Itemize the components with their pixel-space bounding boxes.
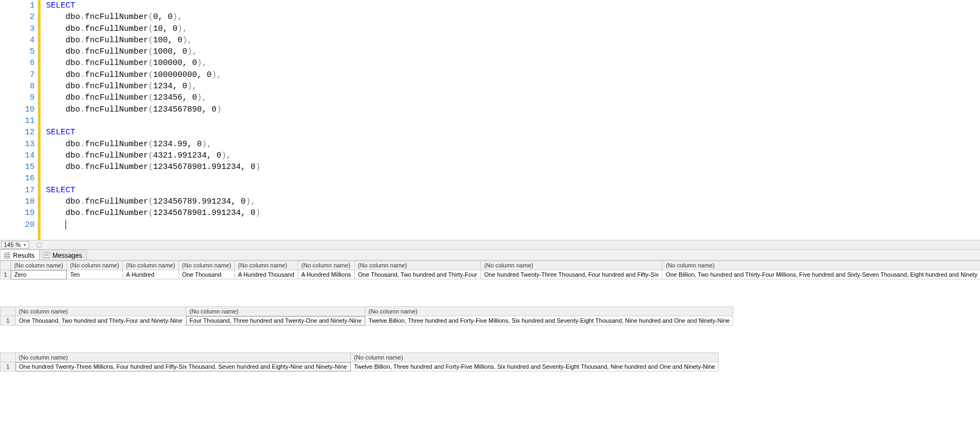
column-header[interactable]: (No column name) bbox=[16, 353, 351, 362]
column-header[interactable]: (No column name) bbox=[179, 261, 234, 270]
column-header[interactable]: (No column name) bbox=[16, 307, 186, 316]
line-number: 15 bbox=[0, 161, 35, 173]
code-line[interactable]: dbo.fncFullNumber(123456, 0), bbox=[46, 92, 980, 103]
row-header[interactable]: 1 bbox=[1, 270, 11, 279]
row-header[interactable]: 1 bbox=[1, 316, 16, 325]
grid-cell[interactable]: Ten bbox=[67, 270, 122, 279]
code-line[interactable]: dbo.fncFullNumber(123456789.991234, 0), bbox=[46, 196, 980, 207]
code-line[interactable]: dbo.fncFullNumber(0, 0), bbox=[46, 11, 980, 23]
line-number: 7 bbox=[0, 69, 35, 81]
code-line[interactable]: dbo.fncFullNumber(4321.991234, 0), bbox=[46, 150, 980, 161]
grid-cell[interactable]: A Hundred Millions bbox=[298, 270, 354, 279]
column-header[interactable]: (No column name) bbox=[235, 261, 298, 270]
line-number: 17 bbox=[0, 185, 35, 196]
sql-editor[interactable]: 1234567891011121314151617181920 SELECT d… bbox=[0, 0, 980, 240]
line-number: 13 bbox=[0, 139, 35, 150]
line-number: 11 bbox=[0, 115, 35, 127]
tab-messages[interactable]: Messages bbox=[40, 250, 87, 260]
line-number: 20 bbox=[0, 219, 35, 231]
line-number: 14 bbox=[0, 150, 35, 161]
results-panel[interactable]: (No column name)(No column name)(No colu… bbox=[0, 260, 980, 399]
line-number: 19 bbox=[0, 207, 35, 219]
column-header[interactable]: (No column name) bbox=[662, 261, 980, 270]
column-header[interactable]: (No column name) bbox=[186, 307, 365, 316]
tab-results[interactable]: Results bbox=[0, 250, 40, 260]
code-line[interactable]: SELECT bbox=[46, 0, 980, 11]
result-grid[interactable]: (No column name)(No column name)(No colu… bbox=[0, 306, 733, 325]
grid-cell[interactable]: One Thousand bbox=[179, 270, 234, 279]
grid-cell[interactable]: Four Thousand, Three hundred and Twenty-… bbox=[186, 316, 365, 325]
grid-cell[interactable]: One Billion, Two hundred and Thirty-Four… bbox=[662, 270, 980, 279]
column-header[interactable]: (No column name) bbox=[67, 261, 122, 270]
code-line[interactable]: dbo.fncFullNumber(12345678901.991234, 0) bbox=[46, 161, 980, 173]
code-line[interactable]: SELECT bbox=[46, 185, 980, 196]
grid-cell[interactable]: Zero bbox=[11, 270, 67, 279]
line-number: 12 bbox=[0, 127, 35, 138]
line-number: 2 bbox=[0, 11, 35, 23]
grid-cell[interactable]: A Hundred Thousand bbox=[235, 270, 298, 279]
column-header[interactable]: (No column name) bbox=[11, 261, 67, 270]
code-content[interactable]: SELECT dbo.fncFullNumber(0, 0), dbo.fncF… bbox=[41, 0, 980, 240]
column-header[interactable]: (No column name) bbox=[481, 261, 662, 270]
code-line[interactable]: dbo.fncFullNumber(100000, 0), bbox=[46, 57, 980, 69]
code-line[interactable]: dbo.fncFullNumber(1000, 0), bbox=[46, 46, 980, 57]
zoom-dropdown[interactable]: 145 % ▼ bbox=[1, 241, 29, 249]
grid-cell[interactable]: A Hundred bbox=[123, 270, 179, 279]
code-line[interactable]: dbo.fncFullNumber(1234567890, 0) bbox=[46, 104, 980, 115]
result-grid[interactable]: (No column name)(No column name)(No colu… bbox=[0, 260, 980, 279]
line-number: 5 bbox=[0, 46, 35, 57]
code-line[interactable] bbox=[46, 173, 980, 184]
column-header[interactable]: (No column name) bbox=[365, 307, 733, 316]
line-number: 1 bbox=[0, 0, 35, 11]
line-number: 4 bbox=[0, 35, 35, 46]
messages-icon bbox=[43, 252, 50, 259]
code-line[interactable] bbox=[46, 115, 980, 127]
code-line[interactable]: dbo.fncFullNumber(12345678901.991234, 0) bbox=[46, 207, 980, 219]
line-number: 8 bbox=[0, 81, 35, 92]
grid-corner bbox=[1, 353, 16, 362]
line-number-gutter: 1234567891011121314151617181920 bbox=[0, 0, 41, 240]
grid-cell[interactable]: One Thousand, Two hundred and Thirty-Fou… bbox=[354, 270, 481, 279]
code-line[interactable] bbox=[46, 219, 980, 231]
chevron-down-icon: ▼ bbox=[23, 243, 27, 247]
row-header[interactable]: 1 bbox=[1, 362, 16, 371]
line-number: 9 bbox=[0, 92, 35, 103]
grid-cell[interactable]: One Thousand, Two hundred and Thirty-Fou… bbox=[16, 316, 186, 325]
grid-corner bbox=[1, 261, 11, 270]
code-line[interactable]: dbo.fncFullNumber(10, 0), bbox=[46, 23, 980, 35]
svg-rect-0 bbox=[4, 252, 10, 259]
column-header[interactable]: (No column name) bbox=[298, 261, 354, 270]
tab-messages-label: Messages bbox=[52, 252, 82, 259]
code-line[interactable]: dbo.fncFullNumber(100000000, 0), bbox=[46, 69, 980, 81]
code-line[interactable]: SELECT bbox=[46, 127, 980, 138]
grid-cell[interactable]: Twelve Billion, Three hundred and Forty-… bbox=[351, 362, 719, 371]
tab-results-label: Results bbox=[13, 252, 35, 259]
results-grid-icon bbox=[4, 252, 10, 259]
grid-cell[interactable]: One hundred Twenty-Three Millions, Four … bbox=[16, 362, 351, 371]
grid-cell[interactable]: Twelve Billion, Three hundred and Forty-… bbox=[365, 316, 733, 325]
line-number: 3 bbox=[0, 23, 35, 35]
column-header[interactable]: (No column name) bbox=[354, 261, 481, 270]
line-number: 18 bbox=[0, 196, 35, 207]
code-line[interactable]: dbo.fncFullNumber(1234, 0), bbox=[46, 81, 980, 92]
results-tabs: Results Messages bbox=[0, 250, 980, 260]
editor-status-bar: 145 % ▼ bbox=[0, 240, 980, 250]
scroll-left-stub[interactable] bbox=[37, 243, 42, 247]
line-number: 16 bbox=[0, 173, 35, 184]
grid-cell[interactable]: One hundred Twenty-Three Thousand, Four … bbox=[481, 270, 662, 279]
grid-corner bbox=[1, 307, 16, 316]
line-number: 10 bbox=[0, 104, 35, 115]
code-line[interactable]: dbo.fncFullNumber(100, 0), bbox=[46, 35, 980, 46]
zoom-value: 145 % bbox=[4, 241, 21, 248]
column-header[interactable]: (No column name) bbox=[351, 353, 719, 362]
column-header[interactable]: (No column name) bbox=[123, 261, 179, 270]
result-grid[interactable]: (No column name)(No column name)1One hun… bbox=[0, 352, 719, 371]
code-line[interactable]: dbo.fncFullNumber(1234.99, 0), bbox=[46, 139, 980, 150]
line-number: 6 bbox=[0, 57, 35, 69]
